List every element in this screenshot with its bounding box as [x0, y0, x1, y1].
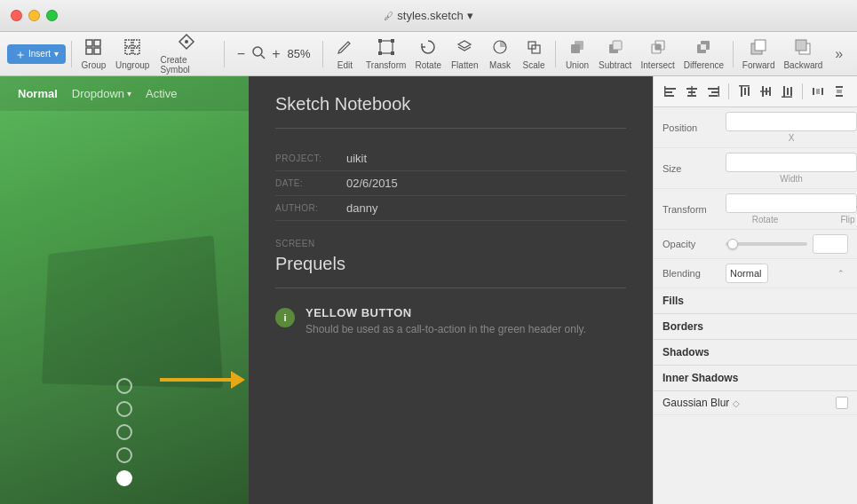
ungroup-button[interactable]: Ungroup — [112, 35, 154, 74]
arrow-annotation — [160, 371, 245, 389]
svg-rect-44 — [709, 95, 718, 97]
svg-line-11 — [261, 55, 265, 59]
svg-rect-34 — [665, 88, 676, 90]
author-value: danny — [346, 201, 377, 215]
group-label: Group — [82, 60, 107, 70]
shadows-section[interactable]: Shadows — [654, 340, 857, 366]
properties-panel: Position X Y Size 🔗 — [653, 76, 857, 504]
page-dot-1[interactable] — [116, 378, 132, 394]
align-center-v-button[interactable] — [756, 82, 775, 101]
svg-rect-31 — [755, 40, 766, 51]
svg-rect-7 — [133, 48, 139, 54]
size-label: Size — [663, 163, 720, 174]
svg-rect-46 — [741, 86, 742, 97]
dropdown-arrow: ▾ — [127, 89, 131, 98]
svg-rect-33 — [796, 40, 806, 51]
design-panel: Normal Dropdown ▾ Active — [0, 76, 249, 504]
position-row: Position X Y — [654, 107, 857, 148]
title-chevron[interactable]: ▾ — [467, 9, 473, 22]
titlebar: 🖋 styles.sketch ▾ — [0, 0, 857, 32]
more-button[interactable]: » — [828, 43, 850, 66]
distribute-v-button[interactable] — [829, 82, 849, 101]
scale-label: Scale — [523, 60, 545, 70]
distribute-h-button[interactable] — [808, 82, 828, 101]
x-input[interactable] — [726, 112, 857, 131]
align-right-button[interactable] — [703, 82, 723, 101]
backward-button[interactable]: Backward — [781, 35, 826, 74]
flatten-button[interactable]: Flatten — [448, 35, 483, 74]
svg-rect-36 — [665, 95, 674, 97]
edit-button[interactable]: Edit — [329, 35, 361, 74]
svg-rect-4 — [125, 40, 131, 46]
create-symbol-button[interactable]: Create Symbol — [155, 29, 218, 78]
union-icon — [568, 38, 586, 59]
transform-button[interactable]: Transform — [362, 35, 409, 74]
opacity-input[interactable] — [813, 234, 848, 254]
blending-label: Blending — [663, 268, 720, 279]
page-dot-3[interactable] — [116, 424, 132, 440]
svg-rect-6 — [125, 48, 131, 54]
gaussian-blur-icon: ◇ — [733, 398, 740, 408]
union-button[interactable]: Union — [561, 35, 593, 74]
svg-rect-1 — [94, 40, 100, 46]
gaussian-blur-checkbox[interactable] — [836, 397, 848, 409]
svg-rect-57 — [782, 97, 792, 98]
union-label: Union — [566, 60, 589, 70]
arrow-shaft — [160, 378, 231, 382]
svg-rect-12 — [380, 41, 393, 53]
ungroup-icon — [123, 38, 141, 59]
svg-rect-63 — [837, 90, 842, 93]
align-divider-1 — [728, 83, 729, 99]
toolbar-divider-3 — [322, 41, 323, 67]
tab-active[interactable]: Active — [142, 85, 180, 102]
blending-row: Blending Normal Multiply Screen Overlay — [654, 259, 857, 288]
opacity-slider[interactable] — [726, 242, 807, 246]
align-left-button[interactable] — [661, 82, 680, 101]
svg-rect-15 — [378, 51, 382, 55]
scale-button[interactable]: Scale — [518, 35, 550, 74]
page-dot-4[interactable] — [116, 447, 132, 463]
opacity-row: Opacity — [654, 230, 857, 259]
page-dot-5[interactable] — [116, 470, 132, 486]
rotate-label: Rotate — [726, 215, 805, 224]
size-row: Size 🔗 Width Height — [654, 148, 857, 189]
backward-icon — [794, 38, 812, 59]
fills-section[interactable]: Fills — [654, 288, 857, 314]
maximize-button[interactable] — [46, 10, 58, 21]
flatten-icon — [456, 38, 473, 59]
mask-button[interactable]: Mask — [484, 35, 516, 74]
rotate-icon — [419, 38, 437, 59]
tab-normal[interactable]: Normal — [14, 85, 61, 102]
file-icon: 🖋 — [384, 11, 393, 21]
subtract-button[interactable]: Subtract — [595, 35, 636, 74]
intersect-button[interactable]: Intersect — [637, 35, 678, 74]
main-content: Normal Dropdown ▾ Active — [0, 76, 857, 504]
opacity-slider-thumb[interactable] — [727, 239, 738, 249]
difference-button[interactable]: Difference — [680, 35, 727, 74]
svg-point-10 — [253, 47, 262, 56]
align-top-button[interactable] — [734, 82, 754, 101]
title-text: styles.sketch — [397, 9, 463, 22]
forward-button[interactable]: Forward — [739, 35, 779, 74]
inner-shadows-section[interactable]: Inner Shadows — [654, 366, 857, 391]
width-input[interactable] — [726, 153, 857, 172]
zoom-minus-button[interactable]: − — [235, 44, 247, 64]
main-toolbar: ＋ Insert ▾ Group Ungroup Create Symbol −… — [0, 32, 857, 76]
rotate-input[interactable] — [726, 193, 857, 213]
borders-section[interactable]: Borders — [654, 314, 857, 340]
minimize-button[interactable] — [28, 10, 40, 21]
tab-dropdown[interactable]: Dropdown ▾ — [72, 87, 131, 100]
close-button[interactable] — [11, 10, 22, 21]
align-bottom-button[interactable] — [777, 82, 797, 101]
design-tabs: Normal Dropdown ▾ Active — [0, 76, 249, 111]
blending-select[interactable]: Normal Multiply Screen Overlay — [726, 264, 768, 283]
align-center-h-button[interactable] — [682, 82, 702, 101]
insert-button[interactable]: ＋ Insert ▾ — [7, 44, 66, 64]
rotate-button[interactable]: Rotate — [411, 35, 446, 74]
position-label: Position — [663, 122, 720, 133]
svg-rect-54 — [783, 86, 785, 97]
page-dot-2[interactable] — [116, 401, 132, 417]
zoom-plus-button[interactable]: + — [270, 44, 282, 64]
rotate-label: Rotate — [416, 60, 441, 70]
group-button[interactable]: Group — [77, 35, 110, 74]
